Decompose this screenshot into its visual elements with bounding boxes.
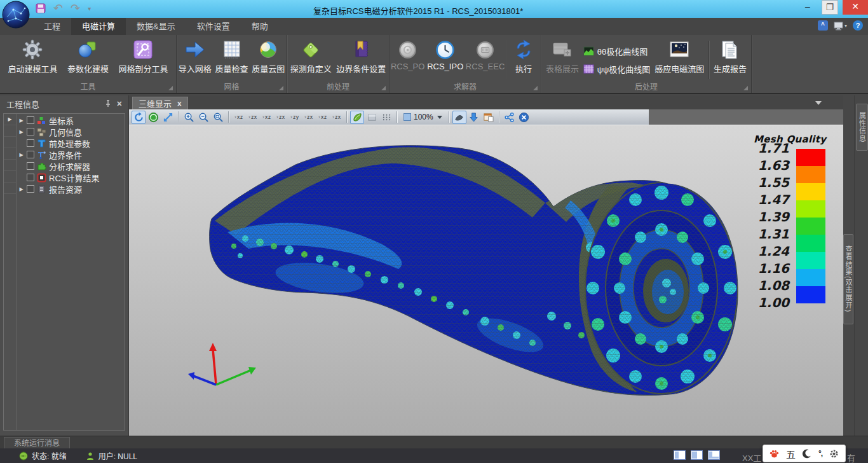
tree-item-rcs-results[interactable]: RCS计算结果 — [17, 172, 125, 183]
save-icon[interactable] — [36, 3, 46, 13]
tree-item-boundary-conditions[interactable]: ▶ 边界条件 — [17, 149, 125, 160]
ime-settings-gear-icon[interactable] — [829, 448, 839, 459]
dialog-launcher-icon[interactable] — [381, 86, 386, 90]
checkbox[interactable] — [27, 174, 34, 181]
3d-model[interactable] — [129, 125, 843, 436]
induced-current-map-button[interactable]: 感应电磁流图 — [653, 38, 706, 76]
detection-angle-button[interactable]: 探测角定义 — [288, 38, 334, 76]
tree-root-expander[interactable]: ▶ — [4, 114, 16, 125]
checkbox[interactable] — [27, 162, 34, 170]
view-top-button[interactable]: zy — [288, 114, 301, 120]
layout-left-panel-icon[interactable] — [674, 450, 686, 460]
quality-contour-button[interactable]: 质量云图 — [250, 38, 287, 76]
layout-bottom-panel-icon[interactable] — [708, 450, 720, 460]
execute-button[interactable]: 执行 — [506, 38, 541, 76]
app-logo-icon[interactable] — [2, 1, 30, 29]
minimize-button[interactable]: – — [798, 0, 817, 15]
view-iso2-button[interactable]: zx — [330, 114, 343, 120]
dialog-launcher-icon[interactable] — [743, 86, 748, 90]
boundary-conditions-button[interactable]: 边界条件设置 — [334, 38, 388, 76]
tree-item-report-resources[interactable]: ▶ 报告资源 — [17, 183, 125, 195]
points-view-button[interactable] — [379, 111, 393, 124]
window-capture-button[interactable] — [482, 111, 496, 124]
flat-view-button[interactable] — [365, 111, 379, 124]
panel-close-icon[interactable]: × — [117, 99, 122, 109]
expander-icon[interactable]: ▶ — [18, 118, 24, 123]
theta-polarization-curve-button[interactable]: θθ极化曲线图 — [583, 45, 651, 57]
system-message-tab[interactable]: 系统运行消息 — [4, 437, 70, 449]
rcs-ipo-button[interactable]: RCS_IPO — [426, 38, 465, 73]
import-mesh-button[interactable]: 导入网格 — [177, 38, 214, 76]
tree-item-geometry-info[interactable]: ▶ 几何信息 — [17, 126, 125, 137]
checkbox[interactable] — [27, 185, 34, 193]
ime-fullwidth-moon-icon[interactable] — [801, 448, 812, 459]
quick-access-dropdown-icon[interactable]: ▾ — [88, 5, 91, 12]
dialog-launcher-icon[interactable] — [533, 86, 538, 90]
close-button[interactable]: ✕ — [843, 0, 868, 15]
view-front-button[interactable]: xz — [232, 114, 245, 120]
expander-icon[interactable]: ▶ — [18, 129, 24, 135]
mesh-wrench-icon — [132, 39, 154, 60]
tab-close-icon[interactable]: x — [177, 99, 182, 108]
rotate-tool-button[interactable] — [132, 111, 146, 124]
view-bottom-button[interactable]: zx — [302, 114, 315, 120]
orbit-tool-button[interactable] — [146, 111, 160, 124]
share-button[interactable] — [503, 111, 517, 124]
restore-button[interactable]: ❐ — [822, 0, 838, 15]
tree-item-preprocess-params[interactable]: 前处理参数 — [17, 137, 125, 149]
view-left-button[interactable]: xz — [260, 114, 273, 120]
shaded-view-button[interactable] — [350, 111, 364, 124]
expander-icon[interactable]: ▶ — [18, 152, 24, 158]
tree-item-coordinate-system[interactable]: ▶ 坐标系 — [17, 114, 125, 126]
close-view-button[interactable] — [517, 111, 531, 124]
zoom-extents-button[interactable] — [211, 111, 225, 124]
3d-viewport[interactable]: Mesh Quality 1.71 1.63 1.55 1.47 1.39 1.… — [129, 125, 843, 436]
tab-software-settings[interactable]: 软件设置 — [186, 18, 241, 35]
tab-em-computation[interactable]: 电磁计算 — [71, 18, 126, 35]
ime-mode-toggle[interactable]: 五 — [786, 447, 796, 460]
window-title: 复杂目标RCS电磁分析软件2015 R1 - RCS_2015031801* — [313, 4, 523, 17]
pan-tool-button[interactable] — [161, 111, 175, 124]
tab-help[interactable]: 帮助 — [241, 18, 279, 35]
tab-data-display[interactable]: 数据&显示 — [126, 18, 186, 35]
ime-logo-paw-icon[interactable] — [769, 448, 780, 459]
quality-check-button[interactable]: 质量检查 — [214, 38, 250, 76]
dialog-launcher-icon[interactable] — [279, 86, 283, 90]
checkbox[interactable] — [27, 151, 34, 158]
collapse-ribbon-icon[interactable]: ^ — [818, 20, 828, 31]
zoom-level-selector[interactable]: 100% — [400, 113, 445, 121]
generate-report-button[interactable]: 生成报告 — [712, 38, 749, 76]
psi-polarization-curve-button[interactable]: ψψ极化曲线图 — [583, 63, 651, 75]
tab-3d-display[interactable]: 三维显示 x — [132, 97, 188, 109]
pin-icon[interactable] — [104, 100, 112, 107]
tree-item-analysis-solver[interactable]: 分析求解器 — [17, 160, 125, 172]
expander-icon[interactable]: ▶ — [18, 186, 24, 192]
mesh-display-button[interactable] — [452, 111, 466, 124]
dialog-launcher-icon[interactable] — [168, 86, 173, 90]
checkbox[interactable] — [27, 139, 34, 147]
zoom-in-button[interactable] — [182, 111, 196, 124]
help-icon[interactable]: ? — [853, 20, 863, 31]
download-view-button[interactable] — [467, 111, 481, 124]
view-results-tab[interactable]: 查看结果(双击展开) — [843, 234, 853, 324]
view-back-button[interactable]: zx — [246, 114, 259, 120]
layout-split-icon[interactable] — [691, 450, 703, 460]
parametric-modeling-button[interactable]: 参数化建模 — [65, 38, 111, 76]
meshing-tool-button[interactable]: 网格剖分工具 — [116, 38, 170, 76]
rcs-eec-button[interactable]: RCS_EEC — [465, 38, 506, 73]
table-display-button[interactable]: 表格展示 — [544, 38, 581, 76]
view-right-button[interactable]: zx — [274, 114, 287, 120]
undo-icon[interactable]: ↶ — [53, 3, 63, 14]
zoom-out-button[interactable] — [196, 111, 210, 124]
checkbox[interactable] — [27, 116, 34, 124]
redo-icon[interactable]: ↷ — [71, 3, 80, 14]
rcs-po-button[interactable]: RCS_PO — [390, 38, 426, 73]
properties-tab[interactable]: 属性信息 — [856, 104, 868, 151]
skin-selector[interactable]: ▾ — [834, 21, 847, 31]
view-iso1-button[interactable]: xz — [316, 114, 329, 120]
ime-punctuation-toggle[interactable]: °, — [818, 449, 822, 458]
tab-overflow-dropdown-icon[interactable] — [815, 101, 822, 105]
tab-engineering[interactable]: 工程 — [33, 18, 71, 35]
launch-modeling-tool-button[interactable]: 启动建模工具 — [6, 38, 59, 76]
checkbox[interactable] — [27, 128, 34, 135]
